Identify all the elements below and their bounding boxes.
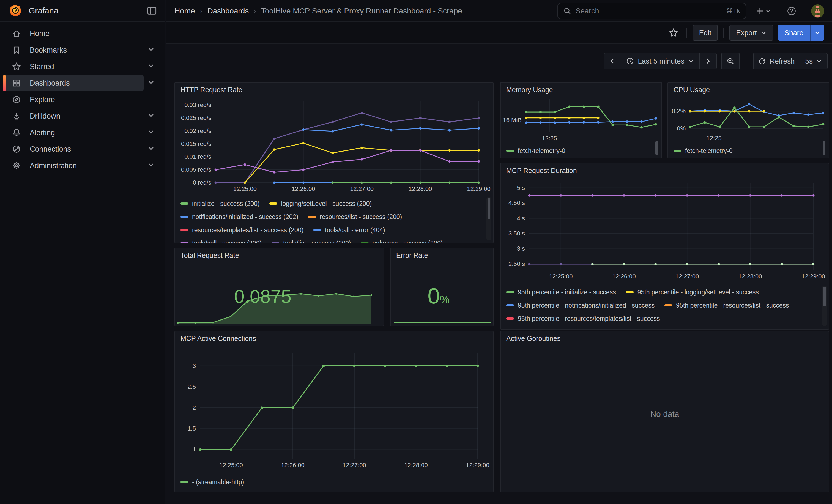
sidebar-link-drilldown[interactable]: Drilldown <box>4 108 144 124</box>
legend-color-pill <box>506 304 514 307</box>
dashboard-canvas: Last 5 minutes Refresh 5s HTTP Request R… <box>166 45 832 504</box>
breadcrumb-item: ToolHive MCP Server & Proxy Runner Dashb… <box>261 7 469 16</box>
time-range-group: Last 5 minutes <box>604 53 717 69</box>
sidebar-link-bookmarks[interactable]: Bookmarks <box>4 42 144 58</box>
sidebar-item-bookmarks: Bookmarks <box>4 42 164 58</box>
search-input[interactable]: Search... ⌘+k <box>557 3 746 19</box>
legend-item[interactable]: notifications/initialized - success (202… <box>181 210 298 223</box>
legend-scrollbar-thumb[interactable] <box>823 141 825 155</box>
svg-text:0.02 req/s: 0.02 req/s <box>184 127 211 134</box>
breadcrumb-item[interactable]: Dashboards <box>207 7 249 16</box>
star-icon[interactable] <box>666 25 681 40</box>
mcp-active-connections-chart[interactable]: 11.522.5312:25:0012:26:0012:27:0012:28:0… <box>175 346 493 473</box>
zoom-out-button[interactable] <box>722 53 739 69</box>
svg-text:12:26:00: 12:26:00 <box>612 273 636 280</box>
panel-title[interactable]: Memory Usage <box>506 86 553 94</box>
panel-title[interactable]: HTTP Request Rate <box>181 86 242 94</box>
sidebar-link-starred[interactable]: Starred <box>4 58 144 75</box>
svg-text:12:27:00: 12:27:00 <box>675 273 699 280</box>
legend-item[interactable]: unknown - success (200) <box>361 237 443 243</box>
mcp-request-duration-chart[interactable]: 2.50 s3 s3.50 s4 s4.50 s5 s12:25:0012:26… <box>501 178 829 283</box>
legend-item[interactable]: initialize - success (200) <box>181 197 259 210</box>
legend-item[interactable]: fetch-telemetry-0 <box>674 144 733 157</box>
avatar[interactable] <box>811 4 824 18</box>
legend-label: tools/call - error (404) <box>325 227 385 234</box>
svg-text:1.5: 1.5 <box>187 425 196 432</box>
svg-text:12:28:00: 12:28:00 <box>409 185 432 192</box>
http-request-rate-chart[interactable]: 0 req/s0.005 req/s0.01 req/s0.015 req/s0… <box>175 97 493 195</box>
legend-item[interactable]: logging/setLevel - success (200) <box>269 197 372 210</box>
share-button[interactable]: Share <box>778 25 810 41</box>
svg-text:3.50 s: 3.50 s <box>509 230 525 237</box>
edit-button[interactable]: Edit <box>693 25 718 41</box>
panel-title[interactable]: MCP Active Connections <box>181 335 256 343</box>
legend-item[interactable]: 95th percentile - resources/templates/li… <box>506 312 660 325</box>
legend-scrollbar-thumb[interactable] <box>655 141 658 155</box>
legend-color-pill <box>308 216 316 218</box>
legend-item[interactable]: tools/call - success (200) <box>181 237 262 243</box>
panel-title[interactable]: CPU Usage <box>674 86 710 94</box>
chevron-down-icon[interactable] <box>148 62 155 69</box>
chevron-down-icon[interactable] <box>148 112 155 119</box>
legend-item[interactable]: resources/templates/list - success (200) <box>181 223 304 237</box>
legend-item[interactable]: fetch-telemetry-0 <box>506 144 565 157</box>
chevron-down-icon[interactable] <box>148 145 155 152</box>
sidebar-link-administration[interactable]: Administration <box>4 157 144 174</box>
panel-title[interactable]: Total Request Rate <box>181 251 239 260</box>
svg-text:3 s: 3 s <box>517 245 525 252</box>
legend-item[interactable]: - (streamable-http) <box>181 475 244 488</box>
time-range-picker[interactable]: Last 5 minutes <box>621 53 699 69</box>
time-shift-back-button[interactable] <box>604 53 621 69</box>
cpu-legend: fetch-telemetry-0 <box>674 144 818 157</box>
share-menu-button[interactable] <box>810 25 824 41</box>
panel-title[interactable]: MCP Request Duration <box>506 167 577 175</box>
sidebar-link-alerting[interactable]: Alerting <box>4 124 144 141</box>
refresh-interval-picker[interactable]: 5s <box>800 53 827 69</box>
panel-memory-usage: Memory Usage 16 MiB12:25 fetch-telemetry… <box>500 82 662 158</box>
legend-item[interactable]: 95th percentile - notifications/initiali… <box>506 299 654 312</box>
legend-item[interactable]: tools/call - error (404) <box>313 223 385 237</box>
legend-item[interactable]: tools/list - success (200) <box>271 237 351 243</box>
sidebar-item-explore: Explore <box>4 91 164 108</box>
legend-label: - (streamable-http) <box>192 478 244 486</box>
legend-item[interactable]: 95th percentile - initialize - success <box>506 286 616 299</box>
breadcrumb-item[interactable]: Home <box>175 7 195 16</box>
svg-text:12:25: 12:25 <box>706 135 722 142</box>
zoom-out-group <box>721 53 740 69</box>
top-bar: Home›Dashboards›ToolHive MCP Server & Pr… <box>166 0 832 22</box>
sidebar-item-connections: Connections <box>4 141 164 157</box>
chevron-down-icon[interactable] <box>148 161 155 168</box>
legend-label: notifications/initialized - success (202… <box>192 213 298 221</box>
breadcrumb-separator: › <box>200 7 203 16</box>
no-data-message: No data <box>501 409 829 419</box>
panel-title[interactable]: Error Rate <box>396 251 428 260</box>
legend-color-pill <box>181 229 188 231</box>
legend-item[interactable]: 95th percentile - logging/setLevel - suc… <box>626 286 759 299</box>
add-new-button[interactable] <box>753 4 773 18</box>
chevron-down-icon[interactable] <box>148 46 155 53</box>
legend-scrollbar-thumb[interactable] <box>823 287 826 307</box>
refresh-button[interactable]: Refresh <box>754 53 800 69</box>
chevron-down-icon[interactable] <box>148 128 155 135</box>
time-shift-forward-button[interactable] <box>699 53 716 69</box>
sidebar-link-connections[interactable]: Connections <box>4 141 144 157</box>
memory-usage-chart[interactable]: 16 MiB12:25 <box>501 96 661 142</box>
sidebar-item-label: Starred <box>30 62 54 71</box>
legend-item[interactable]: 95th percentile - resources/list - succe… <box>665 299 789 312</box>
sidebar-link-home[interactable]: Home <box>4 25 144 42</box>
sidebar-link-explore[interactable]: Explore <box>4 91 144 108</box>
legend-label: resources/templates/list - success (200) <box>192 227 304 234</box>
sidebar-link-dashboards[interactable]: Dashboards <box>4 75 144 91</box>
panel-title[interactable]: Active Goroutines <box>506 335 561 343</box>
legend-item[interactable]: resources/list - success (200) <box>308 210 402 223</box>
legend-label: resources/list - success (200) <box>320 213 402 221</box>
export-button[interactable]: Export <box>729 25 773 41</box>
svg-text:12:26:00: 12:26:00 <box>292 185 315 192</box>
help-icon[interactable] <box>785 4 799 18</box>
legend-scrollbar-thumb[interactable] <box>488 198 490 219</box>
sidebar-toggle-icon[interactable] <box>147 6 157 16</box>
chevron-down-icon[interactable] <box>148 79 155 86</box>
cpu-usage-chart[interactable]: 0.2%0%12:25 <box>668 96 829 142</box>
legend-label: logging/setLevel - success (200) <box>281 200 372 207</box>
svg-text:2.5: 2.5 <box>187 383 196 390</box>
